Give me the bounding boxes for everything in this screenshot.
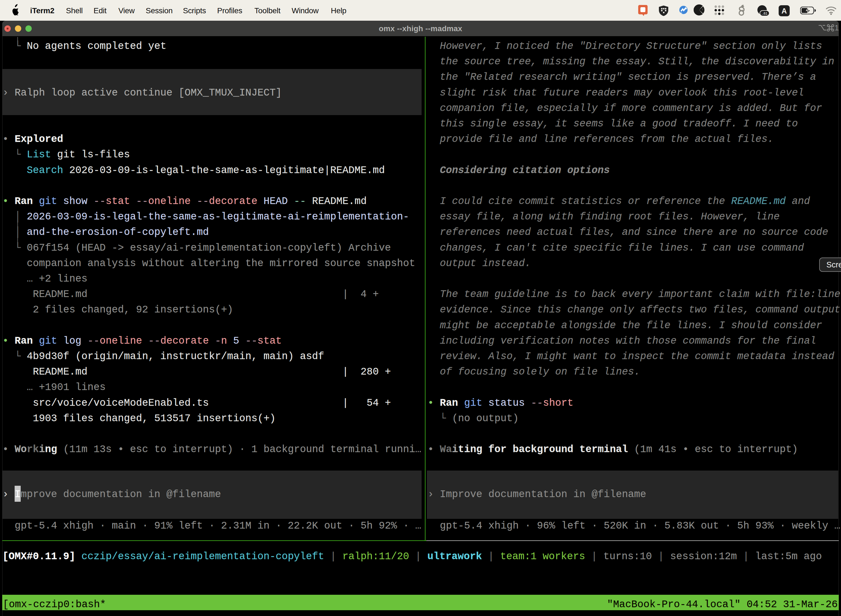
svg-text:..61: ..61	[762, 11, 768, 15]
svg-text:A: A	[781, 7, 787, 15]
svg-text:1: 1	[835, 24, 839, 32]
